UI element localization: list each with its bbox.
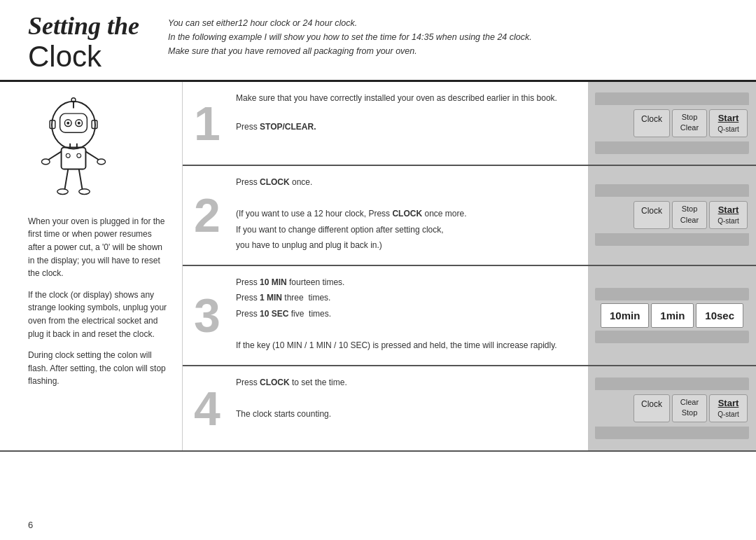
svg-rect-1	[60, 113, 88, 132]
qstart-label-4: Q-start	[715, 410, 741, 420]
time-display-row: 10min 1min 10sec	[595, 303, 749, 328]
clock-button-4[interactable]: Clock	[634, 394, 670, 422]
svg-rect-10	[62, 147, 86, 169]
svg-point-0	[52, 101, 95, 148]
qstart-label-2: Q-start	[715, 216, 741, 226]
clear-label-1: Clear	[678, 123, 701, 133]
clock-button-1[interactable]: Clock	[634, 109, 670, 137]
10sec-button[interactable]: 10sec	[696, 303, 743, 328]
page: Setting the Clock You can set either12 h…	[0, 0, 756, 540]
svg-line-17	[85, 151, 98, 160]
header: Setting the Clock You can set either12 h…	[0, 0, 756, 82]
panel-top-bar-4	[595, 378, 749, 390]
stop-clear-button-2[interactable]: Stop Clear	[672, 201, 707, 229]
panel-top-bar	[595, 92, 749, 105]
header-line-2: In the following example I will show you…	[168, 30, 532, 44]
step-2-instructions: Press CLOCK once. (If you want to use a …	[232, 166, 588, 265]
bottom-divider	[0, 450, 756, 452]
title-block: Setting the Clock	[28, 13, 168, 73]
left-para-1: When your oven is plugged in for the fir…	[28, 215, 169, 280]
step-4-row: 4 Press CLOCK to set the time. The clock…	[183, 366, 756, 450]
step-2-number: 2	[183, 166, 232, 265]
step-1-number: 1	[183, 82, 232, 165]
clear-label-2: Clear	[678, 215, 701, 226]
svg-point-4	[66, 122, 69, 125]
svg-point-13	[66, 153, 70, 158]
start-label-4: Start	[715, 397, 741, 410]
panel-buttons-row-2: Clock Stop Clear Start Q-start	[595, 200, 749, 230]
clock-button-2[interactable]: Clock	[634, 201, 670, 229]
step-3-row: 3 Press 10 MIN fourteen times. Press 1 M…	[183, 266, 756, 366]
step-3-instructions: Press 10 MIN fourteen times. Press 1 MIN…	[232, 266, 588, 365]
svg-line-20	[79, 169, 83, 189]
step-3-panel: 10min 1min 10sec	[588, 266, 756, 365]
qstart-label-1: Q-start	[715, 125, 741, 134]
mascot-illustration	[28, 95, 119, 203]
svg-point-16	[41, 159, 50, 165]
stop-clear-button-1[interactable]: Stop Clear	[672, 109, 707, 137]
1min-button[interactable]: 1min	[651, 303, 694, 328]
step-2-row: 2 Press CLOCK once. (If you want to use …	[183, 166, 756, 266]
start-button-4[interactable]: Start Q-start	[709, 394, 748, 422]
left-para-2: If the clock (or display) shows any stra…	[28, 289, 169, 340]
left-para-3: During clock setting the colon will flas…	[28, 349, 169, 388]
stop-label-1: Stop	[678, 112, 701, 123]
svg-line-19	[64, 169, 68, 189]
steps-column: 1 Make sure that you have correctly inst…	[182, 82, 756, 450]
step-1-row: 1 Make sure that you have correctly inst…	[183, 82, 756, 166]
left-text: When your oven is plugged in for the fir…	[28, 215, 169, 388]
stop-clear-button-4[interactable]: Clear Stop	[672, 394, 707, 422]
step-1-instructions: Make sure that you have correctly instal…	[232, 82, 588, 165]
step-4-panel: Clock Clear Stop Start Q-start	[588, 366, 756, 450]
start-button-1[interactable]: Start Q-start	[709, 109, 748, 137]
setting-the-title: Setting the	[28, 13, 154, 41]
start-label-2: Start	[715, 204, 741, 216]
button-panel-1: Clock Stop Clear Start Q-start	[595, 92, 749, 154]
step-4-number: 4	[183, 366, 232, 450]
10min-button[interactable]: 10min	[601, 303, 649, 328]
button-panel-4: Clock Clear Stop Start Q-start	[595, 378, 749, 439]
header-line-1: You can set either12 hour clock or 24 ho…	[168, 16, 532, 30]
panel-top-bar-2	[595, 184, 749, 197]
left-column: When your oven is plugged in for the fir…	[0, 82, 182, 450]
panel-bottom-bar-4	[595, 427, 749, 439]
header-description: You can set either12 hour clock or 24 ho…	[168, 13, 532, 58]
step-1-panel: Clock Stop Clear Start Q-start	[588, 82, 756, 165]
panel-bottom-bar-1	[595, 141, 749, 154]
panel-bottom-bar-2	[595, 233, 749, 246]
svg-point-18	[97, 159, 106, 165]
start-label-1: Start	[715, 112, 741, 125]
stop-label-2: Stop	[678, 204, 701, 214]
page-number: 6	[28, 520, 33, 530]
panel-buttons-row-4: Clock Clear Stop Start Q-start	[595, 393, 749, 424]
svg-point-21	[57, 188, 69, 194]
svg-point-22	[79, 188, 90, 194]
header-line-3: Make sure that you have removed all pack…	[168, 44, 532, 58]
svg-line-15	[48, 151, 61, 160]
time-panel-bottom-bar	[595, 331, 749, 343]
button-panel-2: Clock Stop Clear Start Q-start	[595, 184, 749, 246]
time-panel-wrapper: 10min 1min 10sec	[595, 288, 749, 343]
main-content: When your oven is plugged in for the fir…	[0, 82, 756, 450]
svg-point-14	[77, 153, 81, 158]
step-2-panel: Clock Stop Clear Start Q-start	[588, 166, 756, 265]
clear-label-4a: Clear	[678, 397, 701, 408]
stop-label-4: Stop	[678, 408, 701, 418]
svg-point-5	[78, 122, 80, 125]
clock-title: Clock	[28, 41, 154, 73]
time-panel-top-bar	[595, 288, 749, 300]
start-button-2[interactable]: Start Q-start	[709, 201, 748, 229]
step-4-instructions: Press CLOCK to set the time. The clock s…	[232, 366, 588, 450]
panel-buttons-row-1: Clock Stop Clear Start Q-start	[595, 108, 749, 139]
step-3-number: 3	[183, 266, 232, 365]
